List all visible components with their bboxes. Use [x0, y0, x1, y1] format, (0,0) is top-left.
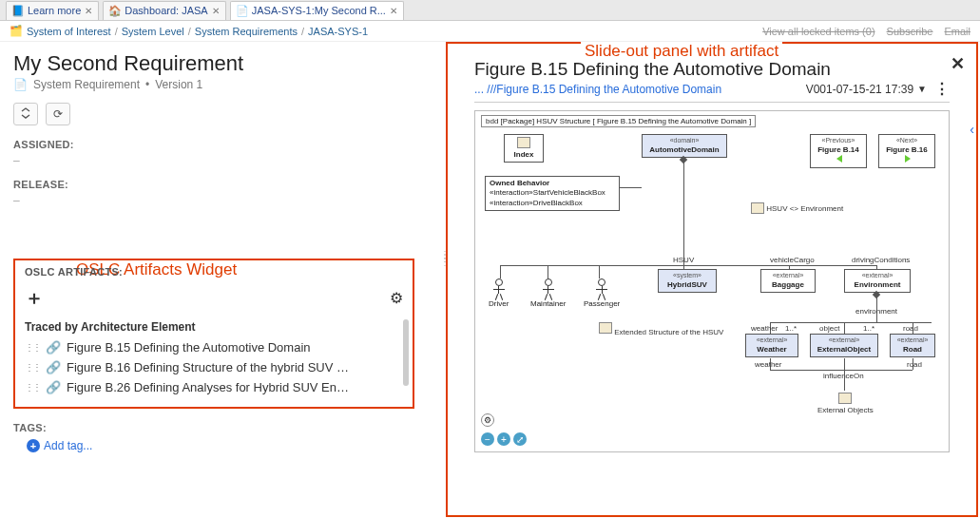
stereotype: «external» — [848, 272, 907, 279]
external-objects-label: External Objects — [817, 393, 874, 414]
assoc-label: weather — [755, 360, 781, 369]
annotation-panel-label: Slide-out panel with artifact — [581, 42, 782, 61]
actor-label: Driver — [489, 299, 509, 308]
release-value: – — [13, 194, 414, 207]
block-label: AutomotiveDomain — [649, 145, 719, 154]
version-label: V001-07-15-21 17:39 — [806, 83, 913, 96]
block-label: ExternalObject — [817, 345, 871, 354]
mult-label: road — [903, 324, 918, 333]
close-icon[interactable]: ✕ — [85, 6, 92, 16]
connector — [770, 370, 913, 371]
tab-dashboard[interactable]: 🏠 Dashboard: JASA ✕ — [103, 1, 225, 20]
owned-line: «interaction»StartVehicleBlackBox — [490, 188, 605, 197]
crumb[interactable]: JASA-SYS-1 — [308, 26, 368, 37]
tab-label: Dashboard: JASA — [125, 5, 207, 16]
stereotype: «domain» — [645, 137, 723, 144]
artifact-row[interactable]: ⋮⋮ 🔗 Figure B.15 Defining the Automotive… — [25, 337, 403, 357]
arrow-right-icon — [905, 155, 911, 163]
add-tag-label: Add tag... — [44, 439, 92, 452]
trace-section-heading: Traced by Architecture Element — [25, 320, 403, 334]
view-locked-link[interactable]: View all locked items (0) — [762, 26, 874, 37]
drag-handle-icon[interactable]: ⋮⋮ — [25, 382, 40, 393]
baggage-block[interactable]: «external» Baggage — [760, 269, 816, 293]
mult-value: 1..* — [863, 324, 874, 333]
panel-path[interactable]: ... ///Figure B.15 Defining the Automoti… — [474, 83, 721, 96]
scrollbar[interactable] — [403, 319, 409, 386]
bdd-diagram[interactable]: bdd [Package] HSUV Structure [ Figure B.… — [474, 110, 950, 452]
diagram-settings-button[interactable]: ⚙ — [481, 413, 494, 427]
owned-behavior-block[interactable]: Owned Behavior «interaction»StartVehicle… — [485, 176, 620, 211]
artifact-label: Figure B.26 Defining Analyses for Hybrid… — [67, 380, 349, 394]
environment-block[interactable]: «external» Environment — [844, 269, 911, 293]
collapse-chevron-icon[interactable]: ‹ — [970, 122, 974, 137]
artifact-row[interactable]: ⋮⋮ 🔗 Figure B.16 Defining Structure of t… — [25, 357, 403, 377]
drag-handle-icon[interactable]: ⋮⋮ — [25, 362, 40, 373]
connector — [770, 322, 932, 323]
mult-label: weather — [751, 324, 778, 333]
close-panel-button[interactable]: ✕ — [951, 53, 965, 74]
chevrons-icon — [21, 107, 30, 122]
actor-maintainer[interactable]: Maintainer — [530, 278, 566, 308]
separator: • — [145, 78, 149, 91]
connector — [500, 265, 876, 266]
previous-block[interactable]: «Previous» Figure B.14 — [810, 134, 867, 168]
version-dropdown[interactable]: V001-07-15-21 17:39 ▼ — [806, 83, 927, 96]
actor-label: Maintainer — [530, 299, 566, 308]
automotive-domain-block[interactable]: «domain» AutomotiveDomain — [642, 134, 727, 158]
caret-down-icon: ▼ — [917, 84, 927, 94]
zoom-in-button[interactable]: + — [497, 432, 510, 446]
role-label: vehicleCargo — [770, 256, 815, 264]
connector — [599, 265, 600, 278]
item-type: System Requirement — [33, 78, 140, 91]
label-text: External Objects — [817, 406, 874, 414]
widget-settings-button[interactable]: ⚙ — [390, 289, 403, 307]
index-block[interactable]: Index — [504, 134, 544, 163]
crumb[interactable]: System of Interest — [27, 26, 111, 37]
actor-passenger[interactable]: Passenger — [584, 278, 620, 308]
item-version: Version 1 — [155, 78, 202, 91]
slide-out-panel: Slide-out panel with artifact ⋮⋮⋮ ✕ ‹ Fi… — [446, 42, 978, 517]
fit-button[interactable]: ⤢ — [513, 432, 527, 446]
ext-structure-label: Extended Structure of the HSUV — [599, 322, 723, 336]
book-icon: 📘 — [12, 5, 24, 16]
item-detail-pane: My Second Requirement 📄 System Requireme… — [0, 42, 428, 518]
close-icon[interactable]: ✕ — [390, 6, 397, 16]
road-block[interactable]: «external» Road — [890, 334, 935, 357]
assigned-label: ASSIGNED: — [13, 139, 414, 150]
link-icon: 🔗 — [46, 380, 61, 394]
subscribe-link[interactable]: Subscribe — [887, 26, 933, 37]
weather-block[interactable]: «external» Weather — [745, 334, 798, 357]
package-icon — [599, 322, 612, 334]
hybrid-suv-block[interactable]: «system» HybridSUV — [658, 269, 717, 293]
add-tag-button[interactable]: + Add tag... — [27, 439, 414, 452]
expand-toggle-button[interactable] — [13, 103, 38, 125]
block-label: Figure B.16 — [886, 145, 928, 154]
tab-learn-more[interactable]: 📘 Learn more ✕ — [6, 1, 99, 20]
email-link[interactable]: Email — [944, 26, 970, 37]
drag-handle-icon[interactable]: ⋮⋮ — [25, 342, 40, 353]
owned-line: «interaction»DriveBlackBox — [490, 199, 583, 207]
diagram-frame-label: bdd [Package] HSUV Structure [ Figure B.… — [481, 115, 756, 127]
stereotype: «system» — [662, 272, 713, 279]
refresh-button[interactable]: ⟳ — [46, 103, 70, 125]
external-object-block[interactable]: «external» ExternalObject — [810, 334, 878, 357]
connector — [844, 322, 845, 334]
block-label: Index — [514, 150, 534, 159]
connector — [844, 358, 845, 370]
label-text: HSUV <> Environment — [766, 204, 843, 213]
more-actions-button[interactable]: ⋮ — [934, 80, 950, 98]
tab-label: JASA-SYS-1:My Second R... — [252, 5, 386, 16]
add-artifact-button[interactable]: ＋ — [25, 285, 44, 311]
zoom-out-button[interactable]: − — [481, 432, 494, 446]
crumb[interactable]: System Requirements — [195, 26, 298, 37]
next-block[interactable]: «Next» Figure B.16 — [878, 134, 935, 168]
connector — [548, 265, 548, 278]
crumb[interactable]: System Level — [122, 26, 184, 37]
divider — [474, 102, 950, 103]
role-label: drivingConditions — [852, 256, 910, 264]
tab-current-item[interactable]: 📄 JASA-SYS-1:My Second R... ✕ — [230, 1, 404, 20]
actor-driver[interactable]: Driver — [489, 278, 509, 308]
home-icon: 🏠 — [109, 5, 121, 16]
close-icon[interactable]: ✕ — [212, 6, 220, 16]
artifact-row[interactable]: ⋮⋮ 🔗 Figure B.26 Defining Analyses for H… — [25, 377, 403, 397]
